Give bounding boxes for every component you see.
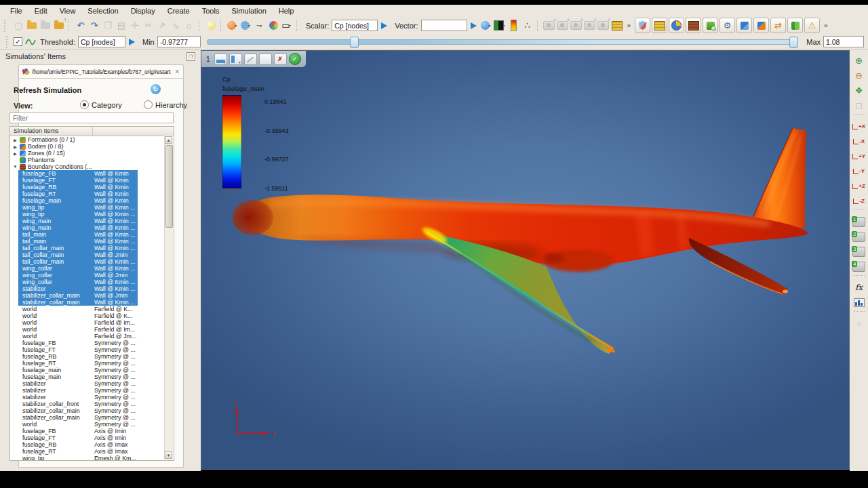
zoom-in-icon[interactable]: ⊕ — [852, 54, 867, 67]
tree-group-row[interactable]: ▶Zones (0 / 15) — [10, 150, 174, 157]
threshold-min-input[interactable] — [157, 36, 201, 47]
export-view-icon[interactable]: ⇗ — [155, 19, 169, 32]
menu-tools[interactable]: Tools — [196, 5, 226, 16]
dropdown-arrow-icon[interactable]: ▾ — [289, 24, 291, 28]
view-minus-z-button[interactable]: -Z — [852, 194, 867, 207]
boundary-condition-row[interactable]: tail_collar_mainWall @ Kmin ... — [18, 258, 138, 265]
vector-apply-button[interactable] — [471, 22, 477, 29]
view-minus-x-button[interactable]: -X — [852, 134, 867, 148]
zoom-out-icon[interactable]: ⊖ — [852, 68, 867, 82]
light-bulb-icon[interactable] — [204, 19, 218, 32]
boundary-condition-row[interactable]: fuselage_RTSymmetry @ ... — [18, 360, 138, 367]
boundary-condition-row[interactable]: wing_tipEmesh @ Km... — [18, 455, 138, 461]
boundary-condition-row[interactable]: stabilizer_collar_mainSymmetry @ ... — [18, 414, 138, 421]
colorbar-icon[interactable] — [507, 19, 521, 32]
boundary-condition-row[interactable]: tail_mainWall @ Kmin ... — [18, 238, 138, 245]
camera-view-3-button[interactable]: 3 — [852, 245, 867, 258]
menu-simulation[interactable]: Simulation — [225, 5, 272, 16]
menu-view[interactable]: View — [54, 5, 82, 16]
camera-view-1-button[interactable]: 1 — [852, 215, 867, 228]
boundary-condition-row[interactable]: stabilizerSymmetry @ ... — [18, 394, 138, 401]
boundary-condition-row[interactable]: worldFarfield @ Im... — [18, 319, 138, 326]
duplicate-icon[interactable]: ❐ — [101, 19, 115, 32]
refresh-icon[interactable]: ↻ — [151, 84, 161, 94]
snapshot-5-icon[interactable]: + — [597, 19, 610, 32]
cube-sphere-button[interactable] — [703, 18, 718, 33]
scalar-input[interactable] — [332, 20, 378, 31]
close-view-button[interactable]: ✗ — [274, 54, 287, 65]
green-links-button[interactable] — [787, 18, 803, 33]
import-folder-icon[interactable]: ↑ — [52, 19, 66, 32]
graph-nodes-icon[interactable]: ∴ — [521, 19, 534, 32]
boundary-condition-row[interactable]: fuselage_RBSymmetry @ ... — [18, 353, 138, 360]
category-radio[interactable]: Category — [80, 100, 122, 109]
texture-box-icon[interactable] — [610, 19, 624, 32]
boundary-condition-row[interactable]: wing_collarWall @ Kmin ... — [18, 265, 138, 272]
boundary-condition-row[interactable]: fuselage_FTSymmetry @ ... — [18, 346, 138, 353]
split-vertical-button[interactable]: ▾ — [229, 54, 242, 65]
boundary-condition-row[interactable]: fuselage_FBWall @ Kmin — [18, 170, 138, 177]
snapshot-2-icon[interactable]: + — [556, 19, 570, 32]
dropdown-arrow-icon[interactable]: ▾ — [235, 24, 237, 28]
menu-selection[interactable]: Selection — [81, 5, 124, 16]
brick-wall-button[interactable] — [686, 18, 701, 33]
boundary-condition-row[interactable]: worldFarfield @ K... — [18, 306, 138, 312]
category-radio-circle[interactable] — [80, 100, 89, 109]
boundary-condition-row[interactable]: tail_collar_mainWall @ Kmin ... — [18, 245, 138, 251]
tree-header-col2[interactable] — [93, 127, 174, 136]
threshold-field[interactable] — [78, 36, 125, 47]
new-file-icon[interactable]: ▢ — [12, 19, 25, 32]
menu-display[interactable]: Display — [125, 5, 161, 16]
tree-group-row[interactable]: ▶Bodies (0 / 8) — [10, 143, 174, 150]
selection-box-icon[interactable]: ▭▾ — [280, 19, 294, 32]
boundary-condition-row[interactable]: stabilizer_collar_mainWall @ Jmin — [18, 292, 138, 299]
dropdown-arrow-icon[interactable]: ▾ — [502, 24, 505, 28]
expander-icon[interactable]: ▶ — [13, 144, 18, 149]
boundary-condition-row[interactable]: stabilizerWall @ Kmin ... — [18, 285, 138, 292]
toolbar-overflow-1[interactable]: » — [627, 22, 631, 29]
panel-float-icon[interactable]: ❐ — [186, 52, 195, 61]
simulation-tab[interactable]: /home/orniv/EPPIC_Tutorials/Examples/b76… — [18, 64, 184, 79]
tab-close-icon[interactable]: ✕ — [174, 68, 180, 75]
view-plus-z-button[interactable]: +Z — [852, 179, 867, 192]
accept-view-button[interactable]: ✓ — [289, 53, 301, 65]
open-folder-icon[interactable] — [25, 19, 39, 32]
boundary-condition-row[interactable]: worldFarfield @ K... — [18, 312, 138, 319]
fit-view-icon[interactable]: ❖ — [852, 83, 867, 97]
save-folder-icon[interactable] — [39, 19, 52, 32]
boundary-condition-row[interactable]: wing_mainWall @ Kmin ... — [18, 218, 138, 224]
hierarchy-radio-circle[interactable] — [144, 100, 153, 109]
threshold-max-handle[interactable] — [789, 37, 798, 48]
view-plus-x-button[interactable]: +X — [852, 119, 867, 133]
threshold-apply-button[interactable] — [129, 39, 135, 45]
mesh-display-icon[interactable]: ▾ — [239, 19, 253, 32]
scroll-up-icon[interactable]: ▲ — [165, 136, 172, 144]
shield-check-button[interactable] — [635, 18, 650, 33]
boundary-condition-row[interactable]: fuselage_RTAxis @ Imax — [18, 448, 138, 455]
pie-globe-button[interactable] — [669, 18, 684, 33]
tree-scrollbar[interactable]: ▲ ▼ — [164, 136, 173, 460]
boundary-condition-row[interactable]: fuselage_FTAxis @ Imin — [18, 434, 138, 441]
boundary-condition-row[interactable]: fuselage_RTWall @ Kmin — [18, 190, 138, 197]
scrollbar-thumb[interactable] — [165, 145, 173, 228]
palette-icon[interactable] — [267, 19, 280, 32]
boundary-condition-row[interactable]: worldFarfield @ Jm... — [18, 333, 138, 340]
simulation-items-tree[interactable]: Simulation Items ▶Formations (0 / 1)▶Bod… — [9, 126, 174, 461]
boundary-condition-row[interactable]: fuselage_mainSymmetry @ ... — [18, 367, 138, 373]
split-horizontal-button[interactable]: ▾ — [214, 54, 227, 65]
snapshot-4-icon[interactable]: + — [583, 19, 597, 32]
boundary-condition-row[interactable]: tail_mainWall @ Kmin ... — [18, 231, 138, 238]
boundary-condition-row[interactable]: worldFarfield @ Im... — [18, 326, 138, 333]
move-icon[interactable]: ✛ — [128, 19, 142, 32]
view-plus-y-button[interactable]: +Y — [852, 149, 867, 163]
render-mode-icon[interactable]: ▾ — [226, 19, 239, 32]
home-icon[interactable]: ⌂ — [182, 19, 196, 32]
menu-file[interactable]: File — [4, 5, 28, 16]
boundary-condition-row[interactable]: wing_mainWall @ Kmin ... — [18, 224, 138, 231]
link-views-button[interactable] — [244, 54, 257, 65]
color-grid-icon[interactable]: ▾ — [494, 19, 507, 32]
plot-window-button[interactable] — [852, 296, 867, 309]
curve-style-icon[interactable]: ~▾ — [253, 19, 267, 32]
dropdown-arrow-icon[interactable]: ▾ — [248, 24, 250, 28]
boundary-condition-row[interactable]: fuselage_mainWall @ Kmin — [18, 197, 138, 204]
